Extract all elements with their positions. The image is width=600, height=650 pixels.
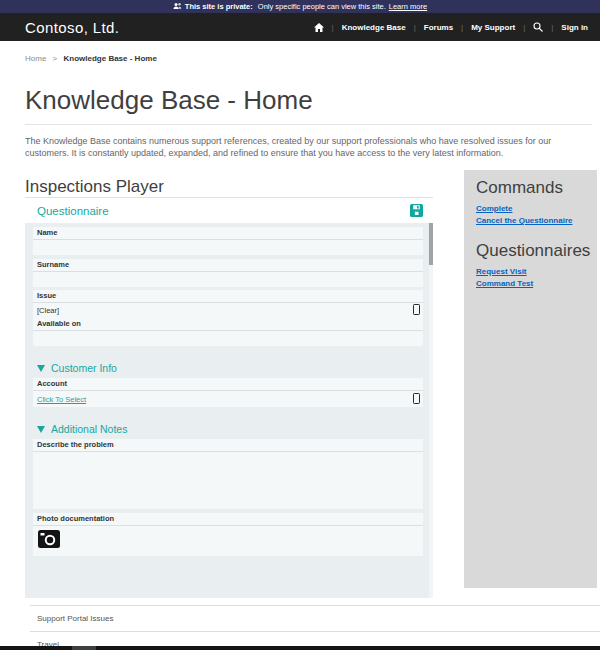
nav-item-knowledge-base[interactable]: Knowledge Base [342,23,406,32]
nav-item-my-support[interactable]: My Support [471,23,515,32]
cancel-questionnaire-link[interactable]: Cancel the Questionnaire [476,216,585,225]
nav-separator: | [461,23,463,32]
home-icon[interactable] [314,23,324,32]
questionnaire-title: Questionnaire [37,205,109,217]
top-navbar: Contoso, Ltd. | Knowledge Base | Forums … [0,13,600,41]
portal-page: This site is private: Only specific peop… [0,0,600,650]
complete-link[interactable]: Complete [476,204,585,213]
site-privacy-bar: This site is private: Only specific peop… [0,0,600,13]
breadcrumb-home-link[interactable]: Home [25,54,46,63]
breadcrumb-separator: > [53,54,58,63]
name-label: Name [33,227,423,240]
section-customer-info[interactable]: Customer Info [33,361,423,375]
issue-label: Issue [33,290,423,303]
issue-value: [Clear] [37,306,59,315]
privacy-text: Only specific people can view this site. [258,2,386,11]
footer-bar [0,646,600,650]
camera-button[interactable] [38,530,60,548]
save-button[interactable] [410,204,423,217]
inspections-player-title: Inspections Player [25,177,164,197]
photo-documentation-field [33,526,423,556]
nav-separator: | [551,23,553,32]
search-icon[interactable] [533,22,543,32]
accordion-item-support-portal-issues[interactable]: Support Portal Issues [30,605,600,631]
questionnaire-form: Name Surname Issue [Clear] Available on … [25,223,433,598]
questionnaire-panel-header: Questionnaire [25,198,433,223]
command-test-link[interactable]: Command Test [476,279,585,288]
brand-logo[interactable]: Contoso, Ltd. [25,19,119,36]
actions-sidebar: Commands Complete Cancel the Questionnai… [464,170,597,588]
learn-more-link[interactable]: Learn more [389,2,427,11]
photo-documentation-label: Photo documentation [33,513,423,526]
save-icon [410,204,423,217]
collapse-triangle-icon [37,426,45,433]
section-additional-notes[interactable]: Additional Notes [33,422,423,436]
page-title: Knowledge Base - Home [25,85,592,125]
click-to-select-link[interactable]: Click To Select [37,395,86,404]
customer-info-title: Customer Info [51,362,117,374]
available-on-label: Available on [33,318,423,331]
describe-problem-label: Describe the problem [33,439,423,452]
nav-item-forums[interactable]: Forums [424,23,453,32]
name-input[interactable] [33,240,423,255]
questionnaires-title: Questionnaires [476,241,585,261]
additional-notes-title: Additional Notes [51,423,127,435]
surname-input[interactable] [33,272,423,287]
collapse-triangle-icon [37,365,45,372]
commands-title: Commands [476,178,585,198]
panel-scrollbar[interactable] [429,223,433,598]
privacy-bold-text: This site is private: [185,2,253,11]
surname-label: Surname [33,259,423,272]
lookup-icon[interactable] [413,304,420,317]
footer-bar-segment [72,646,96,650]
sign-in-link[interactable]: Sign in [561,23,588,32]
account-label: Account [33,378,423,391]
breadcrumb: Home > Knowledge Base - Home [25,54,600,63]
page-description: The Knowledge Base contains numerous sup… [25,135,575,159]
describe-problem-textarea[interactable] [33,452,423,509]
account-lookup-field: Click To Select [33,391,423,407]
camera-icon [38,530,60,548]
issue-lookup-field[interactable]: [Clear] [33,303,423,318]
questionnaire-panel: Questionnaire Name Surname Issue [Clear]… [25,197,433,598]
nav-separator: | [523,23,525,32]
bottom-accordion: Support Portal Issues Travel [30,605,600,650]
breadcrumb-current: Knowledge Base - Home [63,54,156,63]
nav-separator: | [332,23,334,32]
people-icon [173,2,182,12]
request-visit-link[interactable]: Request Visit [476,267,585,276]
nav-separator: | [414,23,416,32]
available-on-input[interactable] [33,331,423,346]
lookup-icon[interactable] [413,393,420,406]
scrollbar-thumb[interactable] [429,223,433,265]
navbar-menu: | Knowledge Base | Forums | My Support |… [314,22,588,32]
